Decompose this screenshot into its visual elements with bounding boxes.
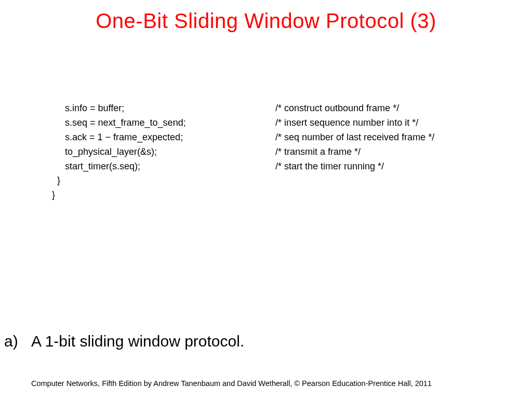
code-line: s.info = buffer; /* construct outbound f… <box>52 101 483 116</box>
footer-text: Computer Networks, Fifth Edition by Andr… <box>31 379 432 388</box>
code-block: s.info = buffer; /* construct outbound f… <box>52 101 483 203</box>
code-close-brace: } <box>52 174 483 188</box>
caption-label: a) <box>0 332 31 350</box>
code-statement: s.seq = next_frame_to_send; <box>52 116 275 130</box>
code-statement: s.ack = 1 − frame_expected; <box>52 130 275 145</box>
code-line: s.seq = next_frame_to_send; /* insert se… <box>52 116 483 130</box>
code-comment: /* construct outbound frame */ <box>275 101 399 116</box>
code-statement: to_physical_layer(&s); <box>52 145 275 159</box>
page-title: One-Bit Sliding Window Protocol (3) <box>0 0 532 33</box>
code-comment: /* transmit a frame */ <box>275 145 361 159</box>
code-line: start_timer(s.seq); /* start the timer r… <box>52 159 483 174</box>
code-comment: /* insert sequence number into it */ <box>275 116 418 130</box>
code-statement: s.info = buffer; <box>52 101 275 116</box>
code-line: to_physical_layer(&s); /* transmit a fra… <box>52 145 483 159</box>
code-comment: /* seq number of last received frame */ <box>275 130 434 145</box>
caption: a) A 1-bit sliding window protocol. <box>0 332 532 350</box>
code-line: s.ack = 1 − frame_expected; /* seq numbe… <box>52 130 483 145</box>
code-close-brace: } <box>52 188 483 203</box>
caption-text: A 1-bit sliding window protocol. <box>31 332 244 350</box>
code-statement: start_timer(s.seq); <box>52 159 275 174</box>
code-comment: /* start the timer running */ <box>275 159 384 174</box>
